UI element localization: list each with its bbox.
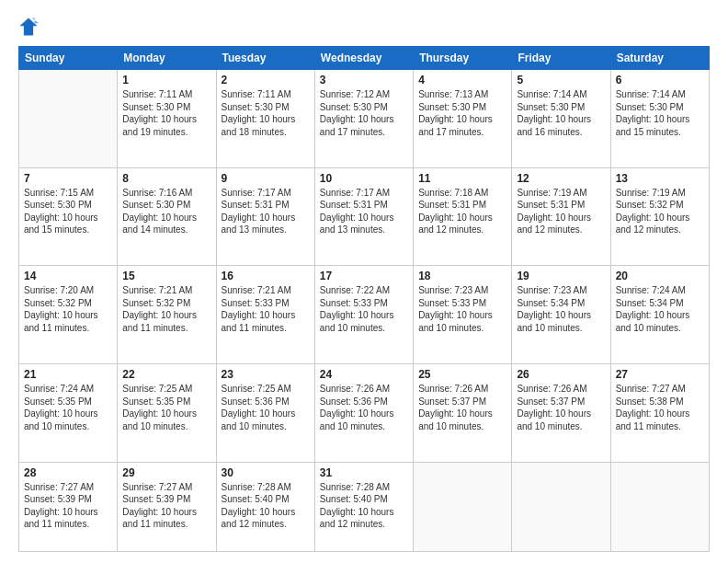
- calendar-cell: 27Sunrise: 7:27 AM Sunset: 5:38 PM Dayli…: [610, 364, 709, 463]
- day-number: 22: [122, 368, 210, 381]
- day-number: 7: [24, 172, 112, 185]
- calendar-cell: 2Sunrise: 7:11 AM Sunset: 5:30 PM Daylig…: [216, 70, 314, 168]
- cell-info: Sunrise: 7:11 AM Sunset: 5:30 PM Dayligh…: [122, 88, 210, 138]
- calendar-cell: 13Sunrise: 7:19 AM Sunset: 5:32 PM Dayli…: [610, 167, 709, 266]
- cell-info: Sunrise: 7:25 AM Sunset: 5:35 PM Dayligh…: [122, 383, 210, 432]
- day-number: 23: [222, 368, 310, 381]
- cell-info: Sunrise: 7:15 AM Sunset: 5:30 PM Dayligh…: [24, 187, 112, 236]
- calendar-cell: [512, 462, 610, 551]
- day-number: 14: [24, 270, 112, 282]
- calendar-cell: 22Sunrise: 7:25 AM Sunset: 5:35 PM Dayli…: [118, 364, 216, 463]
- day-number: 26: [517, 368, 605, 381]
- weekday-header: Friday: [512, 47, 610, 70]
- calendar-cell: 21Sunrise: 7:24 AM Sunset: 5:35 PM Dayli…: [19, 364, 118, 463]
- calendar-week-row: 1Sunrise: 7:11 AM Sunset: 5:30 PM Daylig…: [19, 70, 710, 168]
- day-number: 1: [122, 74, 210, 86]
- cell-info: Sunrise: 7:12 AM Sunset: 5:30 PM Dayligh…: [320, 88, 408, 138]
- weekday-header-row: SundayMondayTuesdayWednesdayThursdayFrid…: [19, 47, 710, 70]
- day-number: 2: [222, 74, 310, 86]
- day-number: 13: [616, 172, 704, 185]
- day-number: 27: [616, 368, 704, 381]
- day-number: 18: [418, 270, 506, 282]
- calendar-cell: 3Sunrise: 7:12 AM Sunset: 5:30 PM Daylig…: [314, 70, 413, 168]
- cell-info: Sunrise: 7:11 AM Sunset: 5:30 PM Dayligh…: [222, 88, 310, 138]
- calendar-cell: 18Sunrise: 7:23 AM Sunset: 5:33 PM Dayli…: [414, 266, 512, 364]
- calendar-cell: [610, 462, 709, 551]
- calendar-cell: 8Sunrise: 7:16 AM Sunset: 5:30 PM Daylig…: [118, 167, 216, 266]
- calendar-cell: 9Sunrise: 7:17 AM Sunset: 5:31 PM Daylig…: [216, 167, 314, 266]
- cell-info: Sunrise: 7:27 AM Sunset: 5:39 PM Dayligh…: [122, 481, 210, 531]
- cell-info: Sunrise: 7:26 AM Sunset: 5:37 PM Dayligh…: [517, 383, 605, 432]
- day-number: 6: [616, 74, 704, 86]
- cell-info: Sunrise: 7:24 AM Sunset: 5:34 PM Dayligh…: [616, 284, 704, 334]
- calendar-cell: 5Sunrise: 7:14 AM Sunset: 5:30 PM Daylig…: [512, 70, 610, 168]
- calendar-cell: 25Sunrise: 7:26 AM Sunset: 5:37 PM Dayli…: [414, 364, 512, 463]
- cell-info: Sunrise: 7:13 AM Sunset: 5:30 PM Dayligh…: [418, 88, 506, 138]
- cell-info: Sunrise: 7:28 AM Sunset: 5:40 PM Dayligh…: [222, 481, 310, 531]
- cell-info: Sunrise: 7:16 AM Sunset: 5:30 PM Dayligh…: [122, 187, 210, 236]
- day-number: 8: [122, 172, 210, 185]
- calendar-cell: 15Sunrise: 7:21 AM Sunset: 5:32 PM Dayli…: [118, 266, 216, 364]
- cell-info: Sunrise: 7:25 AM Sunset: 5:36 PM Dayligh…: [222, 383, 310, 432]
- calendar-cell: 17Sunrise: 7:22 AM Sunset: 5:33 PM Dayli…: [314, 266, 413, 364]
- calendar-cell: [414, 462, 512, 551]
- day-number: 24: [320, 368, 408, 381]
- cell-info: Sunrise: 7:26 AM Sunset: 5:37 PM Dayligh…: [418, 383, 506, 432]
- calendar-cell: 11Sunrise: 7:18 AM Sunset: 5:31 PM Dayli…: [414, 167, 512, 266]
- cell-info: Sunrise: 7:17 AM Sunset: 5:31 PM Dayligh…: [320, 187, 408, 236]
- day-number: 4: [418, 74, 506, 86]
- cell-info: Sunrise: 7:27 AM Sunset: 5:39 PM Dayligh…: [24, 481, 112, 531]
- calendar-week-row: 7Sunrise: 7:15 AM Sunset: 5:30 PM Daylig…: [19, 167, 710, 266]
- day-number: 15: [122, 270, 210, 282]
- day-number: 3: [320, 74, 408, 86]
- calendar-cell: 4Sunrise: 7:13 AM Sunset: 5:30 PM Daylig…: [414, 70, 512, 168]
- day-number: 21: [24, 368, 112, 381]
- weekday-header: Saturday: [610, 47, 709, 70]
- calendar-cell: 23Sunrise: 7:25 AM Sunset: 5:36 PM Dayli…: [216, 364, 314, 463]
- day-number: 30: [222, 466, 310, 479]
- weekday-header: Wednesday: [314, 47, 413, 70]
- calendar-cell: 19Sunrise: 7:23 AM Sunset: 5:34 PM Dayli…: [512, 266, 610, 364]
- calendar-cell: 29Sunrise: 7:27 AM Sunset: 5:39 PM Dayli…: [118, 462, 216, 551]
- calendar-cell: 12Sunrise: 7:19 AM Sunset: 5:31 PM Dayli…: [512, 167, 610, 266]
- cell-info: Sunrise: 7:18 AM Sunset: 5:31 PM Dayligh…: [418, 187, 506, 236]
- day-number: 25: [418, 368, 506, 381]
- cell-info: Sunrise: 7:27 AM Sunset: 5:38 PM Dayligh…: [616, 383, 704, 432]
- weekday-header: Monday: [118, 47, 216, 70]
- cell-info: Sunrise: 7:23 AM Sunset: 5:33 PM Dayligh…: [418, 284, 506, 334]
- day-number: 11: [418, 172, 506, 185]
- cell-info: Sunrise: 7:23 AM Sunset: 5:34 PM Dayligh…: [517, 284, 605, 334]
- calendar-cell: 28Sunrise: 7:27 AM Sunset: 5:39 PM Dayli…: [19, 462, 118, 551]
- weekday-header: Sunday: [19, 47, 118, 70]
- cell-info: Sunrise: 7:20 AM Sunset: 5:32 PM Dayligh…: [24, 284, 112, 334]
- day-number: 12: [517, 172, 605, 185]
- day-number: 10: [320, 172, 408, 185]
- cell-info: Sunrise: 7:22 AM Sunset: 5:33 PM Dayligh…: [320, 284, 408, 334]
- calendar-cell: 1Sunrise: 7:11 AM Sunset: 5:30 PM Daylig…: [118, 70, 216, 168]
- cell-info: Sunrise: 7:14 AM Sunset: 5:30 PM Dayligh…: [517, 88, 605, 138]
- cell-info: Sunrise: 7:26 AM Sunset: 5:36 PM Dayligh…: [320, 383, 408, 432]
- cell-info: Sunrise: 7:19 AM Sunset: 5:31 PM Dayligh…: [517, 187, 605, 236]
- header: [18, 17, 710, 37]
- weekday-header: Tuesday: [216, 47, 314, 70]
- day-number: 20: [616, 270, 704, 282]
- cell-info: Sunrise: 7:21 AM Sunset: 5:32 PM Dayligh…: [122, 284, 210, 334]
- calendar-week-row: 14Sunrise: 7:20 AM Sunset: 5:32 PM Dayli…: [19, 266, 710, 364]
- calendar-cell: 16Sunrise: 7:21 AM Sunset: 5:33 PM Dayli…: [216, 266, 314, 364]
- calendar-cell: 20Sunrise: 7:24 AM Sunset: 5:34 PM Dayli…: [610, 266, 709, 364]
- calendar-cell: 10Sunrise: 7:17 AM Sunset: 5:31 PM Dayli…: [314, 167, 413, 266]
- calendar-cell: 26Sunrise: 7:26 AM Sunset: 5:37 PM Dayli…: [512, 364, 610, 463]
- cell-info: Sunrise: 7:19 AM Sunset: 5:32 PM Dayligh…: [616, 187, 704, 236]
- calendar-cell: 6Sunrise: 7:14 AM Sunset: 5:30 PM Daylig…: [610, 70, 709, 168]
- logo-icon: [18, 17, 39, 37]
- day-number: 16: [222, 270, 310, 282]
- cell-info: Sunrise: 7:17 AM Sunset: 5:31 PM Dayligh…: [222, 187, 310, 236]
- weekday-header: Thursday: [414, 47, 512, 70]
- day-number: 31: [320, 466, 408, 479]
- calendar-cell: 7Sunrise: 7:15 AM Sunset: 5:30 PM Daylig…: [19, 167, 118, 266]
- calendar-cell: 14Sunrise: 7:20 AM Sunset: 5:32 PM Dayli…: [19, 266, 118, 364]
- cell-info: Sunrise: 7:21 AM Sunset: 5:33 PM Dayligh…: [222, 284, 310, 334]
- day-number: 19: [517, 270, 605, 282]
- day-number: 9: [222, 172, 310, 185]
- day-number: 28: [24, 466, 112, 479]
